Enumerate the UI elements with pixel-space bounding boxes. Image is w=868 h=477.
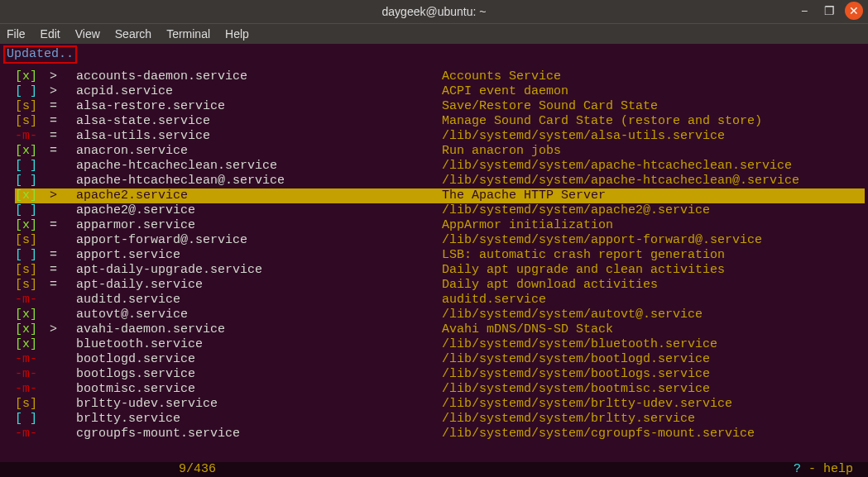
service-status-flag: [x] <box>15 322 50 337</box>
service-status-flag: [s] <box>15 397 50 412</box>
service-name: bootlogd.service <box>76 352 442 367</box>
service-running-mark <box>50 382 76 397</box>
service-row[interactable]: [s]=apt-daily.serviceDaily apt download … <box>15 278 865 293</box>
menu-help[interactable]: Help <box>225 26 249 41</box>
service-description: Daily apt upgrade and clean activities <box>442 263 725 278</box>
menu-view[interactable]: View <box>75 26 100 41</box>
service-row[interactable]: [x]>avahi-daemon.serviceAvahi mDNS/DNS-S… <box>15 322 865 337</box>
service-status-flag: [x] <box>15 218 50 233</box>
close-button[interactable]: ✕ <box>845 2 863 20</box>
service-status-flag: [x] <box>15 144 50 159</box>
service-status-flag: [ ] <box>15 412 50 427</box>
service-row[interactable]: -m-bootlogd.service/lib/systemd/system/b… <box>15 352 865 367</box>
service-name: brltty-udev.service <box>76 397 442 412</box>
service-row[interactable]: [ ]>acpid.serviceACPI event daemon <box>15 84 865 99</box>
maximize-button[interactable]: ❐ <box>820 2 838 20</box>
service-row[interactable]: [x]>apache2.serviceThe Apache HTTP Serve… <box>15 188 865 203</box>
service-name: apport.service <box>76 248 442 263</box>
close-icon: ✕ <box>849 3 859 18</box>
service-running-mark <box>50 174 76 188</box>
service-status-flag: [ ] <box>15 203 50 218</box>
service-status-flag: [x] <box>15 308 50 322</box>
window-title: daygeek@ubuntu: ~ <box>382 4 487 19</box>
service-running-mark <box>50 352 76 367</box>
service-name: apache2.service <box>76 188 442 203</box>
service-row[interactable]: [ ]apache2@.service/lib/systemd/system/a… <box>15 203 865 218</box>
service-description: /lib/systemd/system/brltty.service <box>442 412 695 427</box>
service-row[interactable]: [x]bluetooth.service/lib/systemd/system/… <box>15 337 865 352</box>
menu-file[interactable]: File <box>7 26 26 41</box>
service-status-flag: -m- <box>15 367 50 382</box>
window-controls: − ❐ ✕ <box>795 2 863 20</box>
service-name: cgroupfs-mount.service <box>76 427 442 441</box>
service-name: apache2@.service <box>76 203 442 218</box>
service-description: Accounts Service <box>442 69 561 84</box>
service-description: auditd.service <box>442 293 546 308</box>
service-name: apache-htcacheclean.service <box>76 159 442 174</box>
service-name: anacron.service <box>76 144 442 159</box>
service-row[interactable]: [s]=alsa-restore.serviceSave/Restore Sou… <box>15 99 865 114</box>
service-row[interactable]: [ ]apache-htcacheclean.service/lib/syste… <box>15 159 865 174</box>
service-running-mark: > <box>50 322 76 337</box>
service-row[interactable]: -m-auditd.serviceauditd.service <box>15 293 865 308</box>
service-description: Run anacron jobs <box>442 144 561 159</box>
service-running-mark: = <box>50 263 76 278</box>
service-description: /lib/systemd/system/apache2@.service <box>442 203 710 218</box>
menu-terminal[interactable]: Terminal <box>166 26 210 41</box>
service-running-mark <box>50 308 76 322</box>
service-name: apache-htcacheclean@.service <box>76 174 442 188</box>
service-status-flag: [ ] <box>15 248 50 263</box>
service-row[interactable]: [s]apport-forward@.service/lib/systemd/s… <box>15 233 865 248</box>
service-row[interactable]: -m-cgroupfs-mount.service/lib/systemd/sy… <box>15 427 865 441</box>
service-running-mark: = <box>50 218 76 233</box>
service-row[interactable]: [ ]=apport.serviceLSB: automatic crash r… <box>15 248 865 263</box>
service-row[interactable]: [x]=apparmor.serviceAppArmor initializat… <box>15 218 865 233</box>
service-description: /lib/systemd/system/bootlogd.service <box>442 352 710 367</box>
status-updated: Updated.. <box>3 45 77 64</box>
service-running-mark: > <box>50 84 76 99</box>
service-status-flag: [x] <box>15 337 50 352</box>
service-description: /lib/systemd/system/apport-forward@.serv… <box>442 233 762 248</box>
service-list: [x]>accounts-daemon.serviceAccounts Serv… <box>3 64 865 441</box>
service-row[interactable]: [x]=anacron.serviceRun anacron jobs <box>15 144 865 159</box>
service-row[interactable]: [ ]brltty.service/lib/systemd/system/brl… <box>15 412 865 427</box>
service-row[interactable]: [x]autovt@.service/lib/systemd/system/au… <box>15 308 865 322</box>
service-status-flag: [s] <box>15 278 50 293</box>
window-titlebar: daygeek@ubuntu: ~ − ❐ ✕ <box>0 0 868 23</box>
service-running-mark <box>50 203 76 218</box>
service-status-flag: [ ] <box>15 159 50 174</box>
menu-edit[interactable]: Edit <box>41 26 60 41</box>
service-status-flag: [x] <box>15 188 50 203</box>
service-name: bootmisc.service <box>76 382 442 397</box>
service-description: /lib/systemd/system/cgroupfs-mount.servi… <box>442 427 755 441</box>
service-status-flag: [s] <box>15 99 50 114</box>
service-name: alsa-restore.service <box>76 99 442 114</box>
minimize-button[interactable]: − <box>795 2 813 20</box>
service-running-mark <box>50 159 76 174</box>
service-row[interactable]: -m-bootlogs.service/lib/systemd/system/b… <box>15 367 865 382</box>
service-row[interactable]: [ ]apache-htcacheclean@.service/lib/syst… <box>15 174 865 188</box>
service-running-mark <box>50 367 76 382</box>
service-row[interactable]: [s]=alsa-state.serviceManage Sound Card … <box>15 114 865 129</box>
service-row[interactable]: [x]>accounts-daemon.serviceAccounts Serv… <box>15 69 865 84</box>
service-description: LSB: automatic crash report generation <box>442 248 725 263</box>
menu-bar: File Edit View Search Terminal Help <box>0 23 868 44</box>
service-status-flag: -m- <box>15 427 50 441</box>
service-row[interactable]: -m-bootmisc.service/lib/systemd/system/b… <box>15 382 865 397</box>
service-running-mark: = <box>50 144 76 159</box>
service-description: Daily apt download activities <box>442 278 658 293</box>
menu-search[interactable]: Search <box>115 26 151 41</box>
help-text: help <box>823 462 853 476</box>
service-row[interactable]: [s]=apt-daily-upgrade.serviceDaily apt u… <box>15 263 865 278</box>
service-running-mark: = <box>50 114 76 129</box>
service-row[interactable]: -m-=alsa-utils.service/lib/systemd/syste… <box>15 129 865 144</box>
terminal-area[interactable]: Updated.. [x]>accounts-daemon.serviceAcc… <box>0 44 868 441</box>
service-name: apport-forward@.service <box>76 233 442 248</box>
service-name: acpid.service <box>76 84 442 99</box>
service-description: /lib/systemd/system/apache-htcacheclean.… <box>442 159 792 174</box>
service-name: autovt@.service <box>76 308 442 322</box>
service-running-mark <box>50 337 76 352</box>
service-row[interactable]: [s]brltty-udev.service/lib/systemd/syste… <box>15 397 865 412</box>
service-name: brltty.service <box>76 412 442 427</box>
service-description: The Apache HTTP Server <box>442 188 606 203</box>
